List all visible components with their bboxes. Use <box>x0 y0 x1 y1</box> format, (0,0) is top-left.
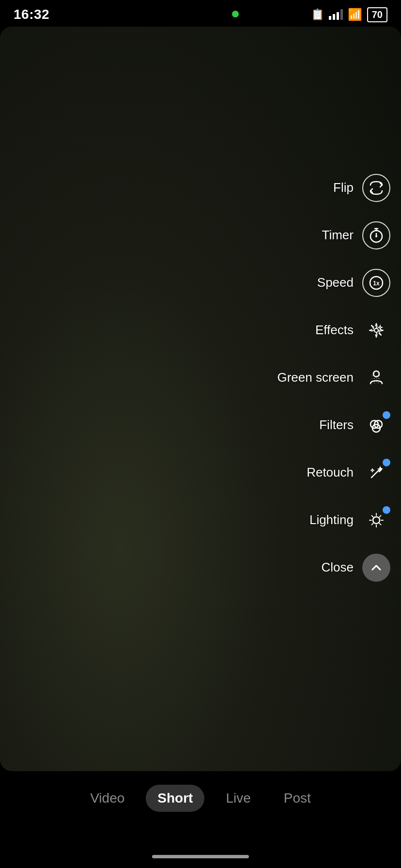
camera-viewfinder: Flip Timer <box>0 27 401 771</box>
svg-line-23 <box>372 523 373 525</box>
side-menu: Flip Timer <box>272 164 401 591</box>
flip-button[interactable]: Flip <box>272 164 396 211</box>
svg-point-15 <box>373 516 380 523</box>
timer-icon <box>362 221 390 249</box>
svg-text:1x: 1x <box>373 279 380 286</box>
flip-icon-wrap <box>361 172 391 202</box>
speed-button[interactable]: Speed 1x <box>272 259 396 306</box>
svg-line-22 <box>380 515 381 517</box>
retouch-new-dot <box>383 458 390 466</box>
green-screen-button[interactable]: Green screen <box>272 354 396 401</box>
status-icons: 📋 📶 70 <box>311 7 387 22</box>
wifi-icon: 📶 <box>348 8 362 21</box>
timer-button[interactable]: Timer <box>272 211 396 259</box>
svg-point-4 <box>374 328 378 332</box>
bottom-nav: Video Short Live Post <box>0 771 401 868</box>
tab-short[interactable]: Short <box>146 785 204 812</box>
battery-container: 70 <box>367 7 387 22</box>
nav-tabs: Video Short Live Post <box>0 771 401 812</box>
lighting-new-dot <box>383 506 390 513</box>
svg-point-1 <box>375 235 377 237</box>
speed-icon-wrap: 1x <box>361 267 391 297</box>
home-indicator <box>152 855 249 858</box>
filters-button[interactable]: Filters <box>272 401 396 449</box>
close-button[interactable]: Close <box>272 543 396 591</box>
close-icon-wrap <box>361 552 391 582</box>
signal-bar-4 <box>340 9 343 20</box>
green-screen-icon-wrap <box>361 362 391 392</box>
signal-bar-3 <box>337 12 339 20</box>
camera-active-dot <box>232 11 239 17</box>
effects-icon <box>362 316 390 344</box>
signal-bar-1 <box>329 16 331 20</box>
signal-bars <box>329 9 343 20</box>
status-bar: 16:32 📋 📶 70 <box>0 0 401 29</box>
tab-live[interactable]: Live <box>214 785 262 812</box>
battery-icon: 70 <box>367 7 387 22</box>
timer-icon-wrap <box>361 220 391 250</box>
notification-icon: 📋 <box>311 8 324 21</box>
effects-button[interactable]: Effects <box>272 306 396 354</box>
status-time: 16:32 <box>14 7 49 22</box>
filters-new-dot <box>383 411 390 418</box>
close-icon <box>362 553 390 581</box>
tab-post[interactable]: Post <box>272 785 323 812</box>
flip-icon <box>362 173 390 202</box>
green-screen-icon <box>362 363 390 391</box>
retouch-button[interactable]: Retouch <box>272 449 396 496</box>
svg-line-20 <box>372 515 373 517</box>
tab-video[interactable]: Video <box>78 785 136 812</box>
effects-icon-wrap <box>361 315 391 345</box>
signal-bar-2 <box>333 14 335 20</box>
svg-line-21 <box>380 523 381 525</box>
lighting-icon-wrap <box>361 505 391 535</box>
lighting-button[interactable]: Lighting <box>272 496 396 543</box>
speed-icon: 1x <box>362 268 390 296</box>
filters-icon-wrap <box>361 410 391 440</box>
retouch-icon-wrap <box>361 457 391 487</box>
